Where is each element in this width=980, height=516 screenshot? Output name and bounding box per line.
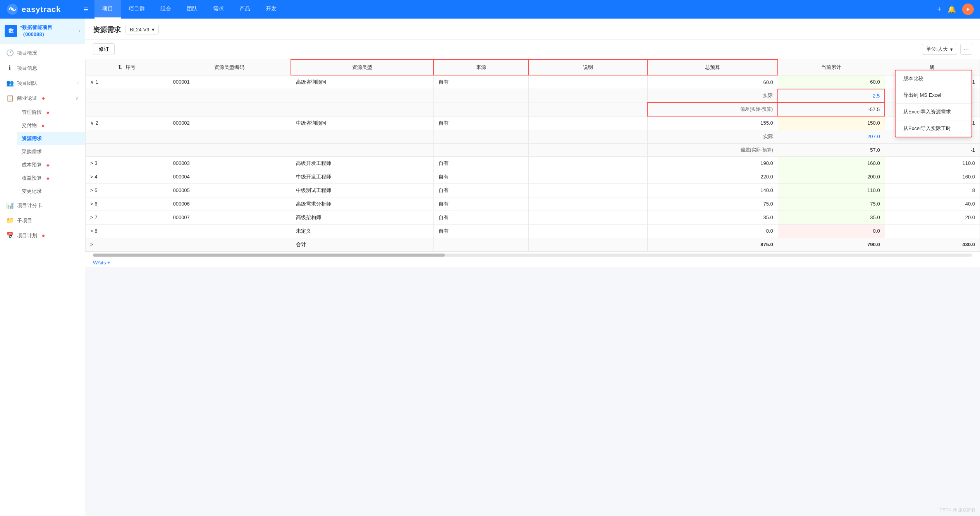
sidebar-item-revenue[interactable]: 收益预算 ◆ bbox=[17, 171, 85, 185]
cell-label-a1: 实际 bbox=[647, 89, 778, 103]
table-row-total: > 合计 875.0 790.0 430.0 bbox=[86, 238, 980, 251]
cell-seq-a2 bbox=[86, 130, 168, 143]
footer-bar: WAits + bbox=[85, 258, 980, 267]
cell-seq-2: ∨ 2 bbox=[86, 116, 168, 130]
dropdown-menu: 版本比较 导出到 MS Excel 从Excel导入资源需求 从Excel导入实… bbox=[895, 70, 972, 137]
project-name: *数据智能项目（000088） bbox=[20, 24, 79, 38]
table-header-row: ⇅ 序号 资源类型编码 资源类型 来源 说明 总预算 当前累计 研 bbox=[86, 60, 980, 75]
cell-res-type-2: 中级咨询顾问 bbox=[291, 116, 433, 130]
nav-item-demand[interactable]: 需求 bbox=[205, 0, 232, 19]
bell-icon[interactable]: 🔔 bbox=[947, 5, 956, 14]
dropdown-item-import-resource[interactable]: 从Excel导入资源需求 bbox=[896, 104, 971, 120]
plan-icon: 📅 bbox=[6, 232, 13, 239]
chevron-right-icon: › bbox=[77, 81, 79, 86]
nav-item-team[interactable]: 团队 bbox=[179, 0, 205, 19]
dropdown-item-export[interactable]: 导出到 MS Excel bbox=[896, 87, 971, 104]
cell-res-type-6: 高级需求分析师 bbox=[291, 197, 433, 211]
nav-item-project[interactable]: 项目 bbox=[95, 0, 121, 19]
nav-item-group[interactable]: 项目群 bbox=[121, 0, 153, 19]
cell-current-7: 35.0 bbox=[778, 211, 885, 224]
cell-res-type-7: 高级架构师 bbox=[291, 211, 433, 224]
top-navigation: easytrack ☰ 项目 项目群 组合 团队 需求 产品 开发 + 🔔 F bbox=[0, 0, 980, 19]
cell-desc-d2 bbox=[528, 143, 647, 156]
version-label: BL24-V9 bbox=[130, 27, 150, 33]
th-current: 当前累计 bbox=[778, 60, 885, 75]
nav-item-product[interactable]: 产品 bbox=[232, 0, 258, 19]
resource-label: 资源需求 bbox=[22, 135, 42, 142]
cell-type-a1 bbox=[291, 89, 433, 103]
add-icon[interactable]: + bbox=[937, 5, 941, 14]
table-row-7: > 7 000007 高级架构师 自有 35.0 35.0 20.0 bbox=[86, 211, 980, 224]
stage-label: 管理阶段 bbox=[22, 109, 42, 116]
dot-revenue: ◆ bbox=[46, 176, 50, 180]
main-content: 资源需求 BL24-V9 ▾ 修订 单位:人天 ▾ ··· bbox=[85, 19, 980, 516]
cell-desc-a2 bbox=[528, 130, 647, 143]
scorecard-label: 项目计分卡 bbox=[17, 202, 42, 209]
table-row-5: > 5 000005 中级测试工程师 自有 140.0 110.0 8 bbox=[86, 183, 980, 197]
watermark: CSDN @ 版权所有 bbox=[940, 507, 975, 513]
th-budget: 总预算 bbox=[647, 60, 778, 75]
cell-desc-7 bbox=[528, 211, 647, 224]
clock-icon: 🕐 bbox=[6, 49, 13, 57]
scrollbar-thumb[interactable] bbox=[93, 254, 445, 257]
th-source: 来源 bbox=[433, 60, 528, 75]
cell-res-type-4: 中级开发工程师 bbox=[291, 170, 433, 183]
deliverable-label: 交付物 bbox=[22, 122, 37, 129]
cell-source-a2 bbox=[433, 130, 528, 143]
version-select[interactable]: BL24-V9 ▾ bbox=[126, 25, 159, 34]
cell-code: 000001 bbox=[168, 75, 291, 89]
cell-seq-total: > bbox=[86, 238, 168, 251]
sidebar-item-subproject[interactable]: 📁 子项目 bbox=[0, 213, 85, 228]
cell-desc-6 bbox=[528, 197, 647, 211]
sidebar-item-plan[interactable]: 📅 项目计划 ◆ bbox=[0, 228, 85, 243]
unit-select[interactable]: 单位:人天 ▾ bbox=[922, 44, 957, 55]
revise-button[interactable]: 修订 bbox=[93, 43, 115, 55]
cell-source-a1 bbox=[433, 89, 528, 103]
nav-items: 项目 项目群 组合 团队 需求 产品 开发 bbox=[95, 0, 937, 19]
sidebar-item-procurement[interactable]: 采购需求 bbox=[17, 145, 85, 158]
logo-icon bbox=[6, 3, 19, 15]
dropdown-item-import-actual[interactable]: 从Excel导入实际工时 bbox=[896, 120, 971, 137]
toolbar-right: 单位:人天 ▾ ··· bbox=[922, 44, 972, 55]
cell-seq-7: > 7 bbox=[86, 211, 168, 224]
horizontal-scrollbar[interactable] bbox=[85, 252, 980, 258]
page-title: 资源需求 bbox=[93, 25, 121, 34]
cell-code-5: 000005 bbox=[168, 183, 291, 197]
seq-sort-icon[interactable]: ⇅ bbox=[118, 64, 122, 70]
cell-label-d2: 偏差(实际-预算) bbox=[647, 143, 778, 156]
add-row-button[interactable]: WAits + bbox=[93, 260, 110, 266]
project-header[interactable]: 数 *数据智能项目（000088） › bbox=[0, 19, 85, 44]
table-body: ∨ 1 000001 高级咨询顾问 自有 60.0 60.0 1 bbox=[86, 75, 980, 251]
cell-seq-d2 bbox=[86, 143, 168, 156]
nav-item-portfolio[interactable]: 组合 bbox=[153, 0, 179, 19]
nav-item-dev[interactable]: 开发 bbox=[258, 0, 284, 19]
cell-budget-3: 190.0 bbox=[647, 156, 778, 170]
more-options-button[interactable]: ··· bbox=[960, 44, 972, 55]
sidebar-item-business[interactable]: 📋 商业论证 ◆ ∨ bbox=[0, 91, 85, 106]
logo: easytrack bbox=[6, 3, 84, 15]
sidebar-item-change[interactable]: 变更记录 bbox=[17, 185, 85, 198]
toolbar: 修订 单位:人天 ▾ ··· bbox=[85, 39, 980, 59]
sidebar-item-stage[interactable]: 管理阶段 ◆ bbox=[17, 106, 85, 119]
cell-desc-a1 bbox=[528, 89, 647, 103]
cell-res-type-8: 未定义 bbox=[291, 224, 433, 238]
cell-col8-7: 20.0 bbox=[885, 211, 980, 224]
cell-source: 自有 bbox=[433, 75, 528, 89]
cell-code-4: 000004 bbox=[168, 170, 291, 183]
cell-code-d2 bbox=[168, 143, 291, 156]
sidebar-item-cost[interactable]: 成本预算 ◆ bbox=[17, 158, 85, 171]
cell-code-2: 000002 bbox=[168, 116, 291, 130]
sidebar-item-info[interactable]: ℹ 项目信息 bbox=[0, 60, 85, 75]
cell-source-8: 自有 bbox=[433, 224, 528, 238]
sidebar-item-scorecard[interactable]: 📊 项目计分卡 bbox=[0, 198, 85, 213]
dropdown-item-compare[interactable]: 版本比较 bbox=[896, 70, 971, 87]
avatar[interactable]: F bbox=[962, 3, 974, 15]
sidebar-item-team[interactable]: 👥 项目团队 › bbox=[0, 75, 85, 91]
sidebar-item-deliverable[interactable]: 交付物 ◆ bbox=[17, 119, 85, 132]
sidebar-item-info-label: 项目信息 bbox=[17, 65, 37, 72]
cell-seq-5: > 5 bbox=[86, 183, 168, 197]
hamburger-icon[interactable]: ☰ bbox=[84, 7, 88, 12]
sidebar-item-resource[interactable]: 资源需求 bbox=[17, 132, 85, 145]
cell-value-a1: 2.5 bbox=[778, 89, 885, 103]
sidebar-item-overview[interactable]: 🕐 项目概况 bbox=[0, 45, 85, 60]
